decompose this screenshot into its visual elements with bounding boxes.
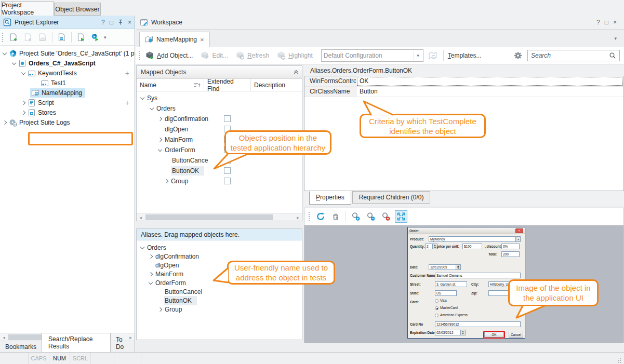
chevron-down-icon[interactable] bbox=[140, 245, 144, 249]
tree-item-group[interactable]: Group bbox=[137, 176, 302, 186]
extended-find-checkbox[interactable] bbox=[224, 178, 231, 184]
pin-icon[interactable] bbox=[118, 19, 123, 25]
zoom-out-button[interactable] bbox=[365, 210, 377, 223]
tab-properties[interactable]: Properties bbox=[309, 191, 351, 205]
toolbar-grip[interactable] bbox=[139, 51, 141, 60]
gear-icon[interactable] bbox=[512, 49, 524, 62]
dialog-state-label: State: bbox=[410, 291, 419, 295]
run-project-suite-button[interactable] bbox=[89, 31, 102, 44]
property-value-cell[interactable]: Button bbox=[356, 87, 623, 97]
tree-item-dlgconfirmation[interactable]: dlgConfirmation bbox=[137, 252, 302, 261]
chevron-right-icon[interactable] bbox=[158, 117, 162, 121]
maximize-icon[interactable]: □ bbox=[110, 19, 113, 26]
delete-image-button[interactable] bbox=[329, 210, 342, 223]
collapse-panel-icon[interactable] bbox=[295, 69, 298, 75]
chevron-right-icon[interactable] bbox=[164, 179, 168, 183]
property-name-cell[interactable]: WinFormsContro bbox=[304, 76, 356, 86]
dialog-ok-button: OK bbox=[484, 332, 504, 338]
extended-find-checkbox[interactable] bbox=[224, 115, 231, 122]
chevron-down-icon[interactable] bbox=[150, 106, 154, 110]
tree-item-keywordtests[interactable]: KeywordTests + bbox=[0, 68, 135, 78]
tree-item-stores[interactable]: Stores bbox=[0, 107, 135, 117]
property-name-cell[interactable]: ClrClassName bbox=[304, 87, 356, 97]
caps-indicator: CAPS bbox=[29, 353, 49, 364]
help-icon[interactable]: ? bbox=[596, 19, 600, 26]
close-icon[interactable]: × bbox=[128, 19, 131, 26]
column-header-extended-find[interactable]: Extended Find bbox=[204, 79, 251, 91]
add-icon[interactable]: + bbox=[125, 71, 129, 76]
tree-item-orders[interactable]: Orders bbox=[137, 103, 302, 114]
column-header-name[interactable]: Name bbox=[137, 79, 204, 91]
chevron-right-icon[interactable] bbox=[149, 254, 153, 258]
tab-list-dropdown-icon[interactable]: ▾ bbox=[614, 36, 617, 41]
callout-tail bbox=[514, 304, 548, 319]
close-icon[interactable]: × bbox=[613, 19, 617, 26]
configuration-select[interactable]: Default Configuration ▾ bbox=[321, 49, 423, 62]
chevron-right-icon[interactable] bbox=[149, 272, 153, 276]
close-tab-icon[interactable]: × bbox=[200, 36, 204, 44]
tree-item-buttonok[interactable]: ButtonOK bbox=[137, 296, 302, 305]
maximize-icon[interactable]: □ bbox=[605, 19, 608, 26]
chevron-right-icon[interactable] bbox=[21, 110, 25, 114]
tab-required-children[interactable]: Required Children (0/0) bbox=[352, 191, 431, 204]
zoom-reset-button[interactable] bbox=[380, 210, 392, 223]
search-input[interactable]: Search bbox=[527, 50, 620, 61]
tab-project-workspace[interactable]: Project Workspace bbox=[1, 1, 54, 16]
chevron-right-icon[interactable] bbox=[158, 307, 162, 311]
tab-to-do[interactable]: To Do bbox=[111, 334, 135, 352]
chevron-right-icon[interactable] bbox=[21, 100, 25, 104]
scroll-left-icon[interactable]: ◂ bbox=[0, 333, 8, 341]
add-object-button[interactable]: Add Object... bbox=[145, 51, 193, 60]
templates-button[interactable]: Templates... bbox=[448, 52, 482, 59]
help-icon[interactable]: ? bbox=[101, 19, 105, 26]
refresh-configuration-button[interactable] bbox=[427, 49, 439, 62]
run-project-button[interactable] bbox=[75, 31, 87, 44]
mapped-objects-hscrollbar[interactable]: ◂ ▸ bbox=[137, 213, 302, 221]
tree-item-test1[interactable]: Test1 bbox=[0, 78, 135, 88]
scroll-left-icon[interactable]: ◂ bbox=[137, 213, 144, 221]
chevron-down-icon[interactable] bbox=[12, 60, 16, 64]
scroll-right-icon[interactable]: ▸ bbox=[294, 213, 302, 221]
tree-item-project[interactable]: Orders_C#_JavaScript bbox=[0, 58, 135, 68]
tree-item-group[interactable]: Group bbox=[137, 305, 302, 314]
chevron-right-icon[interactable] bbox=[158, 138, 162, 142]
tree-item-namemapping[interactable]: NameMapping bbox=[0, 88, 135, 98]
tree-item-script[interactable]: Script + bbox=[0, 98, 135, 107]
run-dropdown-icon[interactable]: ▾ bbox=[104, 35, 107, 40]
add-icon[interactable]: + bbox=[125, 100, 129, 105]
chevron-right-icon[interactable] bbox=[3, 120, 7, 124]
dialog-quantity-label: Quantity: bbox=[410, 245, 425, 248]
tree-item-orders[interactable]: Orders bbox=[137, 243, 302, 252]
tab-namemapping[interactable]: NameMapping × bbox=[139, 32, 210, 47]
chevron-down-icon[interactable] bbox=[149, 280, 153, 284]
fit-to-window-button[interactable] bbox=[395, 210, 407, 223]
tree-item-buttoncancel[interactable]: ButtonCancel bbox=[137, 287, 302, 296]
dialog-street-value: 3. Garden st. bbox=[435, 281, 467, 287]
tree-item-dlgconfirmation[interactable]: dlgConfirmation bbox=[137, 114, 302, 124]
add-existing-item-button[interactable] bbox=[36, 31, 49, 44]
zoom-in-button[interactable] bbox=[350, 210, 362, 223]
property-value-cell[interactable]: OK bbox=[356, 76, 623, 86]
refresh-image-button[interactable] bbox=[314, 210, 327, 223]
tab-bookmarks[interactable]: Bookmarks bbox=[0, 342, 42, 352]
chevron-down-icon[interactable] bbox=[140, 96, 144, 100]
edit-button[interactable]: Edit... bbox=[200, 51, 228, 60]
tree-item-project-suite-logs[interactable]: Project Suite Logs bbox=[0, 117, 135, 127]
toolbar-grip[interactable] bbox=[2, 33, 4, 42]
tab-search-replace-results[interactable]: Search/Replace Results bbox=[42, 333, 111, 352]
tree-item-sys[interactable]: Sys bbox=[137, 93, 302, 103]
highlight-button[interactable]: Highlight bbox=[276, 51, 313, 60]
refresh-button[interactable]: Refresh bbox=[235, 51, 269, 60]
column-header-description[interactable]: Description bbox=[251, 79, 302, 91]
toolbar-grip[interactable] bbox=[309, 212, 311, 221]
chevron-down-icon[interactable] bbox=[21, 70, 25, 74]
tab-object-browser[interactable]: Object Browser bbox=[54, 3, 101, 16]
tree-item-project-suite[interactable]: Project Suite 'Orders_C#_JavaScript' (1 … bbox=[0, 48, 135, 58]
add-new-item-button[interactable] bbox=[22, 31, 34, 44]
resize-grip-icon[interactable] bbox=[616, 357, 622, 363]
chevron-down-icon[interactable] bbox=[3, 50, 7, 55]
chevron-down-icon[interactable] bbox=[158, 147, 162, 152]
organize-items-button[interactable] bbox=[56, 31, 68, 44]
add-new-project-button[interactable] bbox=[7, 31, 20, 44]
scrollbar-thumb[interactable] bbox=[145, 214, 273, 220]
